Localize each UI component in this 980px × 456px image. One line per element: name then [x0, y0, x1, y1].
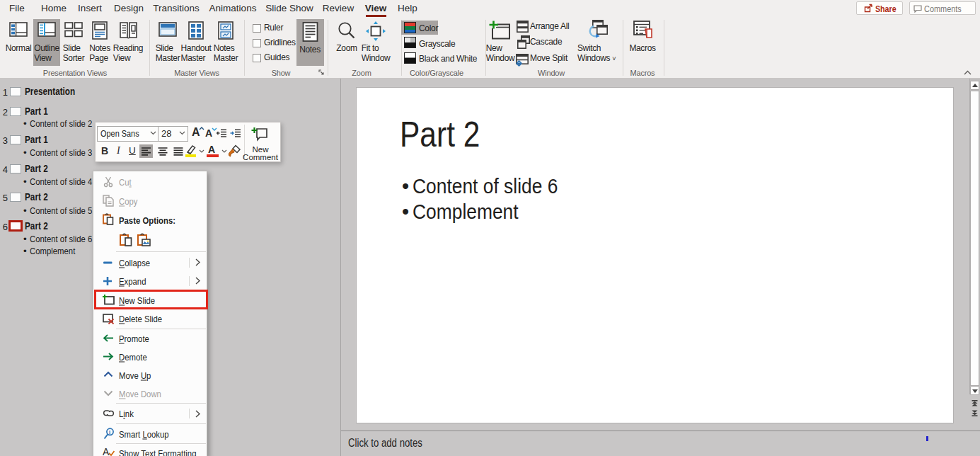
svg-text:A: A: [103, 447, 110, 456]
svg-text:i: i: [109, 429, 110, 435]
